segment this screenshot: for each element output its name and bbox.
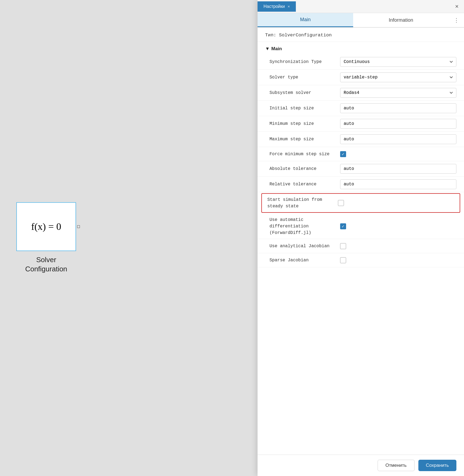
dialog-close-button[interactable]: × [453, 2, 461, 11]
tab-main[interactable]: Main [258, 13, 353, 27]
start-simulation-checkbox[interactable] [338, 200, 344, 206]
field-control-initial-step-size [340, 103, 456, 113]
dialog-content: Тип: SolverConfiguration ▼ Main Synchron… [258, 28, 464, 455]
relative-tolerance-input[interactable] [340, 179, 456, 189]
field-control-minimum-step-size [340, 119, 456, 129]
save-button[interactable]: Сохранить [418, 460, 456, 471]
field-control-synchronization-type: Continuous Fixed-step Variable-step [340, 57, 456, 67]
field-control-maximum-step-size [340, 134, 456, 144]
tab-more-button[interactable]: ⋮ [449, 13, 464, 27]
formula-small-square [77, 225, 80, 228]
absolute-tolerance-input[interactable] [340, 164, 456, 174]
analytical-jacobian-checkbox[interactable] [340, 243, 346, 249]
solver-block: f(x) = 0 Solver Configuration [16, 202, 76, 274]
field-label-absolute-tolerance: Absolute tolerance [269, 166, 340, 172]
section-label: Main [271, 46, 282, 52]
field-row-relative-tolerance: Relative tolerance [258, 177, 464, 192]
field-label-initial-step-size: Initial step size [269, 105, 340, 112]
field-label-force-minimum-step-size: Force minimum step size [269, 151, 340, 157]
force-minimum-step-size-checkbox[interactable]: ✓ [340, 151, 346, 157]
field-row-maximum-step-size: Maximum step size [258, 132, 464, 147]
section-triangle-icon: ▼ [265, 46, 270, 52]
field-label-synchronization-type: Synchronization Type [269, 59, 340, 65]
subsystem-solver-select[interactable]: Rodas4 Euler Tsit5 [340, 88, 456, 98]
field-row-analytical-jacobian: Use analytical Jacobian [258, 239, 464, 253]
type-header: Тип: SolverConfiguration [258, 28, 464, 42]
field-label-minimum-step-size: Minimum step size [269, 120, 340, 127]
field-label-relative-tolerance: Relative tolerance [269, 181, 340, 188]
field-row-minimum-step-size: Minimum step size [258, 116, 464, 132]
cancel-button[interactable]: Отменить [378, 460, 415, 471]
field-control-sparse-jacobian [340, 257, 456, 263]
field-label-subsystem-solver: Subsystem solver [269, 90, 340, 96]
titlebar-tab-label: Настройки [264, 4, 285, 9]
field-control-solver-type: variable-step fixed-step [340, 72, 456, 82]
dialog-titlebar: Настройки × × [258, 0, 464, 13]
maximum-step-size-input[interactable] [340, 134, 456, 144]
initial-step-size-input[interactable] [340, 103, 456, 113]
field-label-solver-type: Solver type [269, 74, 340, 81]
automatic-differentiation-checkbox[interactable]: ✓ [340, 223, 346, 229]
dialog-footer: Отменить Сохранить [258, 455, 464, 476]
field-label-analytical-jacobian: Use analytical Jacobian [269, 243, 340, 249]
field-row-force-minimum-step-size: Force minimum step size ✓ [258, 147, 464, 161]
field-row-synchronization-type: Synchronization Type Continuous Fixed-st… [258, 54, 464, 70]
field-control-absolute-tolerance [340, 164, 456, 174]
titlebar-tab[interactable]: Настройки × [258, 1, 296, 12]
field-row-automatic-differentiation: Use automaticdifferentiation(ForwardDiff… [258, 214, 464, 239]
sparse-jacobian-checkbox[interactable] [340, 257, 346, 263]
tab-information[interactable]: Information [353, 13, 449, 27]
field-control-start-simulation [338, 200, 456, 206]
formula-box: f(x) = 0 [16, 202, 76, 251]
field-row-solver-type: Solver type variable-step fixed-step [258, 70, 464, 85]
section-body: Synchronization Type Continuous Fixed-st… [258, 54, 464, 267]
field-label-start-simulation: Start simulation fromsteady state [267, 196, 338, 210]
field-row-initial-step-size: Initial step size [258, 101, 464, 116]
section-header: ▼ Main [258, 42, 464, 54]
field-control-analytical-jacobian [340, 243, 456, 249]
field-control-force-minimum-step-size: ✓ [340, 151, 456, 157]
field-row-absolute-tolerance: Absolute tolerance [258, 161, 464, 177]
minimum-step-size-input[interactable] [340, 119, 456, 129]
field-row-sparse-jacobian: Sparse Jacobian [258, 253, 464, 267]
dialog-tabs: Main Information ⋮ [258, 13, 464, 28]
solver-type-select[interactable]: variable-step fixed-step [340, 72, 456, 82]
formula-text: f(x) = 0 [31, 221, 61, 232]
synchronization-type-select[interactable]: Continuous Fixed-step Variable-step [340, 57, 456, 67]
field-control-automatic-differentiation: ✓ [340, 223, 456, 229]
dialog-panel: Настройки × × Main Information ⋮ Тип: So… [258, 0, 464, 476]
titlebar-tab-close-icon[interactable]: × [287, 4, 290, 9]
field-row-start-simulation: Start simulation fromsteady state [261, 193, 460, 213]
field-control-relative-tolerance [340, 179, 456, 189]
field-control-subsystem-solver: Rodas4 Euler Tsit5 [340, 88, 456, 98]
field-label-sparse-jacobian: Sparse Jacobian [269, 257, 340, 264]
field-label-maximum-step-size: Maximum step size [269, 136, 340, 142]
field-row-subsystem-solver: Subsystem solver Rodas4 Euler Tsit5 [258, 85, 464, 101]
solver-label: Solver Configuration [25, 255, 67, 274]
field-label-automatic-differentiation: Use automaticdifferentiation(ForwardDiff… [269, 217, 340, 236]
